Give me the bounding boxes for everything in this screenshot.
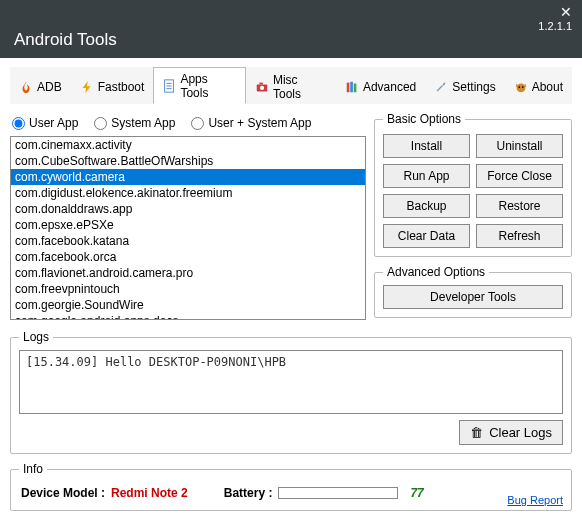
tab-label: Misc Tools: [273, 73, 327, 101]
tab-apps-tools[interactable]: Apps Tools: [153, 67, 246, 104]
list-item[interactable]: com.facebook.katana: [11, 233, 365, 249]
developer-tools-button[interactable]: Developer Tools: [383, 285, 563, 309]
cam-icon: [255, 80, 269, 94]
tab-bar: ADBFastbootApps ToolsMisc ToolsAdvancedS…: [10, 66, 572, 104]
tab-about[interactable]: About: [505, 67, 572, 104]
basic-options-legend: Basic Options: [383, 112, 465, 126]
filter-radio-system-app[interactable]: System App: [94, 116, 175, 130]
svg-rect-7: [347, 82, 350, 92]
force-close-button[interactable]: Force Close: [476, 164, 563, 188]
list-item[interactable]: com.freevpnintouch: [11, 281, 365, 297]
version-label: 1.2.1.1: [538, 20, 572, 32]
list-item[interactable]: com.digidust.elokence.akinator.freemium: [11, 185, 365, 201]
clear-logs-label: Clear Logs: [489, 425, 552, 440]
tab-label: Fastboot: [98, 80, 145, 94]
tab-label: Advanced: [363, 80, 416, 94]
svg-point-11: [518, 86, 520, 88]
uninstall-button[interactable]: Uninstall: [476, 134, 563, 158]
radio-label: User + System App: [208, 116, 311, 130]
tab-label: About: [532, 80, 563, 94]
info-group: Info Device Model : Redmi Note 2 Battery…: [10, 462, 572, 511]
sheet-icon: [162, 79, 176, 93]
books-icon: [345, 80, 359, 94]
list-item[interactable]: com.donalddraws.app: [11, 201, 365, 217]
backup-button[interactable]: Backup: [383, 194, 470, 218]
tab-misc-tools[interactable]: Misc Tools: [246, 67, 336, 104]
svg-rect-8: [350, 81, 353, 92]
battery-label: Battery :: [224, 486, 273, 500]
filter-radio-user-system-app[interactable]: User + System App: [191, 116, 311, 130]
tab-label: Apps Tools: [180, 72, 237, 100]
apps-listbox[interactable]: com.cinemaxx.activitycom.CubeSoftware.Ba…: [10, 136, 366, 320]
radio-label: User App: [29, 116, 78, 130]
tab-label: Settings: [452, 80, 495, 94]
window-title: Android Tools: [14, 30, 117, 50]
titlebar: ✕ 1.2.1.1 Android Tools: [0, 0, 582, 58]
advanced-options-legend: Advanced Options: [383, 265, 489, 279]
tab-advanced[interactable]: Advanced: [336, 67, 425, 104]
clear-logs-button[interactable]: 🗑 Clear Logs: [459, 420, 563, 445]
list-item[interactable]: com.georgie.SoundWire: [11, 297, 365, 313]
info-legend: Info: [19, 462, 47, 476]
radio-input[interactable]: [94, 117, 107, 130]
install-button[interactable]: Install: [383, 134, 470, 158]
bug-report-link[interactable]: Bug Report: [507, 494, 563, 506]
tab-settings[interactable]: Settings: [425, 67, 504, 104]
bolt-icon: [80, 80, 94, 94]
battery-value: 77: [410, 486, 423, 500]
battery-bar: [278, 487, 398, 499]
svg-point-5: [260, 85, 264, 89]
tab-label: ADB: [37, 80, 62, 94]
list-item[interactable]: com.cinemaxx.activity: [11, 137, 365, 153]
tab-fastboot[interactable]: Fastboot: [71, 67, 154, 104]
list-item[interactable]: com.flavionet.android.camera.pro: [11, 265, 365, 281]
clear-data-button[interactable]: Clear Data: [383, 224, 470, 248]
wrench-icon: [434, 80, 448, 94]
filter-radio-user-app[interactable]: User App: [12, 116, 78, 130]
device-model-value: Redmi Note 2: [111, 486, 188, 500]
trash-icon: 🗑: [470, 425, 483, 440]
list-item[interactable]: com.facebook.orca: [11, 249, 365, 265]
restore-button[interactable]: Restore: [476, 194, 563, 218]
radio-input[interactable]: [12, 117, 25, 130]
list-item[interactable]: com.CubeSoftware.BattleOfWarships: [11, 153, 365, 169]
device-model-label: Device Model :: [21, 486, 105, 500]
basic-options-group: Basic Options InstallUninstallRun AppFor…: [374, 112, 572, 257]
close-icon[interactable]: ✕: [560, 4, 572, 20]
logs-group: Logs [15.34.09] Hello DESKTOP-P09NONI\HP…: [10, 330, 572, 454]
app-filter-radios: User AppSystem AppUser + System App: [10, 112, 366, 136]
cat-icon: [514, 80, 528, 94]
svg-point-12: [522, 86, 524, 88]
list-item[interactable]: com.google.android.apps.docs: [11, 313, 365, 320]
radio-label: System App: [111, 116, 175, 130]
refresh-button[interactable]: Refresh: [476, 224, 563, 248]
log-output[interactable]: [15.34.09] Hello DESKTOP-P09NONI\HPB: [19, 350, 563, 414]
svg-rect-9: [354, 83, 357, 92]
list-item[interactable]: com.epsxe.ePSXe: [11, 217, 365, 233]
flame-icon: [19, 80, 33, 94]
svg-point-10: [516, 83, 525, 92]
radio-input[interactable]: [191, 117, 204, 130]
run-app-button[interactable]: Run App: [383, 164, 470, 188]
svg-rect-6: [259, 82, 263, 84]
advanced-options-group: Advanced Options Developer Tools: [374, 265, 572, 318]
tab-adb[interactable]: ADB: [10, 67, 71, 104]
logs-legend: Logs: [19, 330, 53, 344]
list-item[interactable]: com.cyworld.camera: [11, 169, 365, 185]
